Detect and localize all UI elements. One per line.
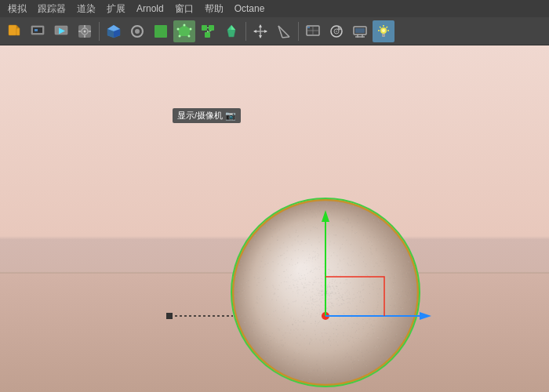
menu-tracker[interactable]: 跟踪器 [33,1,71,17]
svg-line-50 [282,37,289,38]
render-region-button[interactable] [27,20,49,42]
svg-line-69 [380,27,381,28]
svg-point-58 [338,27,341,30]
menubar: 模拟 跟踪器 道染 扩展 Arnold 窗口 帮助 Octane [0,0,549,17]
svg-point-31 [179,34,181,37]
svg-marker-27 [178,25,191,36]
svg-rect-10 [84,25,85,27]
svg-line-70 [387,27,388,28]
cube-button[interactable] [103,20,125,42]
play-button[interactable] [50,20,72,42]
tooltip-text: 显示/摄像机 📷 [177,110,236,122]
svg-rect-63 [355,28,365,33]
svg-rect-0 [9,25,16,35]
viewport-canvas [0,45,549,392]
svg-marker-47 [264,30,267,33]
select-button[interactable] [273,20,295,42]
settings-button[interactable] [74,20,96,42]
viewport[interactable]: 显示/摄像机 📷 [0,45,549,392]
svg-rect-33 [202,25,207,31]
svg-rect-34 [209,25,214,31]
svg-point-57 [336,31,337,32]
svg-rect-22 [155,25,167,38]
svg-marker-45 [259,35,262,38]
menu-octane[interactable]: Octane [230,2,270,16]
svg-rect-13 [89,31,91,32]
display-button[interactable] [349,20,371,42]
menu-render[interactable]: 道染 [72,1,100,17]
svg-point-30 [188,34,191,37]
toolbar [0,17,549,45]
svg-rect-35 [205,32,210,38]
svg-point-28 [184,24,186,26]
svg-rect-54 [307,27,310,28]
camera-button[interactable] [325,20,347,42]
menu-help[interactable]: 帮助 [200,1,228,17]
move-button[interactable] [249,20,271,42]
menu-extend[interactable]: 扩展 [102,1,130,17]
curve-button[interactable] [126,20,148,42]
node-button[interactable] [197,20,219,42]
menu-simulate[interactable]: 模拟 [3,1,31,17]
polygon-button[interactable] [173,20,195,42]
file-button[interactable] [3,20,25,42]
light-button[interactable] [373,20,394,42]
svg-point-32 [177,27,180,30]
menu-arnold[interactable]: Arnold [132,2,169,16]
menu-window[interactable]: 窗口 [170,1,198,17]
svg-point-9 [84,30,86,32]
svg-marker-46 [253,30,256,33]
svg-rect-11 [84,35,85,38]
mesh-button[interactable] [150,20,172,42]
viewport-tooltip: 显示/摄像机 📷 [173,108,241,123]
separator-3 [298,22,299,41]
svg-marker-44 [259,24,262,27]
separator-1 [99,22,100,41]
svg-rect-4 [35,29,38,31]
svg-point-71 [382,29,385,32]
svg-rect-12 [78,31,81,32]
svg-point-29 [190,27,192,30]
crystal-button[interactable] [220,20,242,42]
separator-2 [245,22,246,41]
svg-rect-1 [16,28,20,35]
svg-line-38 [208,31,212,32]
viewport-button[interactable] [302,20,324,42]
